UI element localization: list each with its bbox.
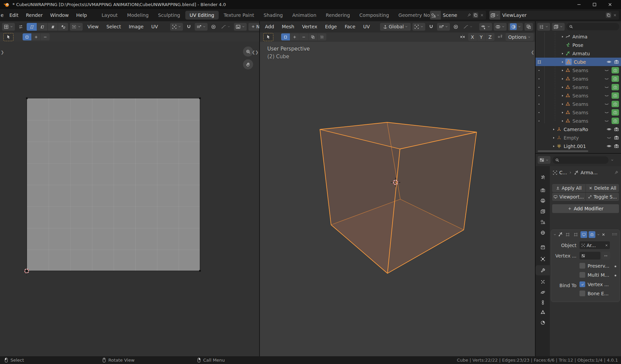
eye-icon[interactable]	[606, 144, 612, 149]
select-set-button[interactable]	[23, 33, 31, 40]
outliner-row-camerarotation[interactable]: CameraRo	[536, 125, 621, 133]
bone-envelopes-checkbox[interactable]	[579, 291, 585, 296]
uv-select-menu[interactable]: Select	[103, 24, 124, 29]
window-menu[interactable]: Window	[47, 12, 73, 18]
add-modifier-button[interactable]: Add Modifier	[552, 204, 619, 213]
tweak-tool-button[interactable]	[263, 33, 273, 41]
eye-closed-icon[interactable]	[604, 93, 609, 98]
expand-icon[interactable]	[560, 102, 565, 106]
vp-proportional-editing-toggle[interactable]	[452, 23, 460, 31]
new-image-button[interactable]: New	[248, 23, 259, 31]
vertex-groups-checkbox[interactable]	[579, 281, 585, 287]
editor-type-button[interactable]	[2, 23, 15, 31]
xray-toggle[interactable]	[524, 23, 533, 31]
symmetry-z-button[interactable]: Z	[486, 33, 494, 41]
pin-icon[interactable]	[467, 13, 471, 17]
solid-shading-icon[interactable]	[510, 23, 517, 30]
edge-menu[interactable]: Edge	[322, 24, 340, 29]
editor-type-button[interactable]	[538, 156, 550, 164]
eye-icon[interactable]	[606, 59, 612, 64]
viewport-shading-button[interactable]	[508, 23, 523, 31]
tab-object-data[interactable]	[536, 307, 550, 317]
add-menu[interactable]: Add	[262, 24, 277, 29]
filter-chevron-icon[interactable]	[611, 158, 614, 162]
file-menu[interactable]: e	[0, 12, 6, 18]
select-subtract-button[interactable]	[41, 33, 50, 40]
uv-pivot-point-button[interactable]	[170, 23, 183, 31]
view-layer-browse-button[interactable]	[489, 11, 500, 20]
breadcrumb-object[interactable]: C...	[559, 170, 567, 175]
render-exclude-badge[interactable]	[612, 92, 619, 99]
tab-material[interactable]	[536, 317, 550, 328]
uv-select-island-button[interactable]	[58, 23, 68, 31]
show-gizmo-button[interactable]	[479, 23, 492, 31]
render-exclude-badge[interactable]	[612, 118, 619, 124]
eye-closed-icon[interactable]	[606, 135, 612, 140]
region-toggle-arrow-left[interactable]: ❯	[1, 50, 4, 55]
pan-hand-gizmo[interactable]	[243, 59, 253, 69]
image-browse-button[interactable]	[234, 23, 247, 31]
viewport-canvas[interactable]: User Perspective (2) Cube	[260, 42, 535, 356]
uv-select-face-button[interactable]	[48, 23, 58, 31]
outliner-search-input[interactable]	[566, 23, 619, 30]
eye-closed-icon[interactable]	[604, 85, 609, 90]
eye-closed-icon[interactable]	[604, 110, 609, 115]
tab-render[interactable]	[536, 185, 550, 195]
tab-constraints[interactable]	[536, 297, 550, 307]
vertex-menu[interactable]: Vertex	[299, 24, 320, 29]
expand-icon[interactable]	[551, 145, 557, 148]
render-exclude-badge[interactable]	[612, 84, 619, 90]
snap-target-button[interactable]	[496, 33, 504, 41]
scene-name[interactable]: Scene	[443, 12, 465, 18]
tab-tool[interactable]	[536, 172, 550, 182]
delete-scene-icon[interactable]	[480, 13, 484, 17]
sticky-selection-mode-button[interactable]	[70, 23, 83, 31]
tab-compositing[interactable]: Compositing	[355, 11, 394, 20]
expand-icon[interactable]	[560, 52, 565, 55]
realtime-toggle[interactable]	[580, 231, 587, 238]
outliner-row-animation[interactable]: Anima	[536, 32, 621, 41]
options-button[interactable]: Options	[506, 33, 534, 41]
camera-icon[interactable]	[614, 127, 619, 132]
outliner-row-seams[interactable]: Seams	[536, 108, 621, 117]
camera-icon[interactable]	[614, 135, 619, 140]
mirror-symmetry-button[interactable]	[458, 33, 467, 41]
tab-world[interactable]	[536, 228, 550, 238]
clear-x-icon[interactable]	[605, 244, 608, 247]
new-view-layer-button[interactable]	[606, 12, 611, 18]
tab-physics[interactable]	[536, 287, 550, 297]
uv-proportional-editing-toggle[interactable]	[209, 23, 218, 31]
tab-modeling[interactable]: Modeling	[123, 11, 153, 20]
minimize-button[interactable]	[571, 0, 587, 9]
uv-view-menu[interactable]: View	[84, 24, 102, 29]
breadcrumb-modifier[interactable]: Arma...	[580, 170, 598, 175]
outliner-row-seams[interactable]: Seams	[536, 91, 621, 100]
render-toggle[interactable]	[589, 231, 595, 238]
scene-browse-button[interactable]	[430, 11, 441, 20]
uv-image-plane[interactable]	[27, 98, 200, 271]
render-exclude-badge[interactable]	[612, 75, 619, 82]
outliner-row-seams[interactable]: Seams	[536, 83, 621, 91]
select-extend-button[interactable]	[32, 33, 40, 40]
expand-icon[interactable]	[560, 119, 565, 123]
preserve-volume-checkbox[interactable]	[579, 263, 585, 269]
extras-chevron-icon[interactable]	[597, 233, 600, 236]
delete-all-button[interactable]: Delete All	[586, 184, 619, 192]
delete-modifier-icon[interactable]	[601, 233, 605, 237]
uv-uv-menu[interactable]: UV	[148, 24, 161, 29]
vp-proportional-falloff-button[interactable]	[462, 23, 475, 31]
tab-layout[interactable]: Layout	[97, 11, 122, 20]
tab-shading[interactable]: Shading	[259, 11, 287, 20]
outliner-scrollbar[interactable]	[538, 150, 588, 152]
outliner-row-light[interactable]: Light.001	[536, 142, 621, 150]
expand-icon[interactable]	[551, 136, 557, 140]
render-exclude-badge[interactable]	[612, 109, 619, 116]
collapse-chevron-icon[interactable]	[553, 233, 557, 236]
eye-closed-icon[interactable]	[604, 101, 609, 107]
expand-icon[interactable]	[560, 86, 565, 89]
new-scene-button[interactable]	[473, 12, 478, 18]
uv-proportional-falloff-button[interactable]	[219, 23, 232, 31]
remove-view-layer-icon[interactable]	[613, 13, 617, 17]
expand-icon[interactable]	[560, 77, 565, 81]
tab-geometry-nodes[interactable]: Geometry Nodes	[394, 11, 430, 20]
